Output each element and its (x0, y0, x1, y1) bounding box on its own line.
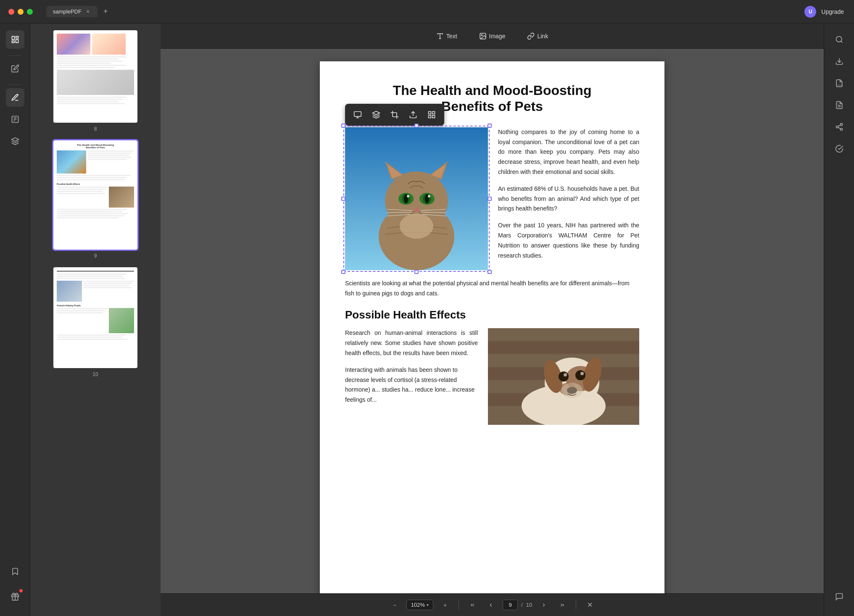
main-content: Text Image Link The Health and Mood-Boos… (161, 24, 824, 616)
paragraph-2: An estimated 68% of U.S. households have… (498, 184, 639, 214)
tab-samplepdf[interactable]: samplePDF ✕ (46, 6, 98, 17)
text-content: Nothing compares to the joy of coming ho… (498, 127, 639, 268)
thumbnail-page-10[interactable]: Animals Helping People 10 (30, 267, 161, 377)
minimize-button[interactable] (18, 9, 24, 15)
svg-point-32 (407, 195, 409, 197)
divider-2 (576, 601, 576, 609)
thumbnail-page-8[interactable]: 8 (30, 30, 161, 132)
sidebar-icon-stack[interactable] (6, 132, 24, 150)
handle-tr[interactable] (488, 124, 492, 128)
svg-rect-3 (12, 41, 14, 42)
prev-page-button[interactable] (484, 598, 498, 612)
user-avatar[interactable]: U (804, 6, 816, 18)
svg-point-10 (481, 34, 482, 35)
paragraph-3: Over the past 10 years, NIH has partnere… (498, 221, 639, 261)
right-sidebar-search[interactable] (830, 30, 849, 49)
pdf-scroll-area[interactable]: The Health and Mood-Boosting Benefits of… (161, 49, 824, 616)
svg-text:PDF/A: PDF/A (837, 84, 842, 86)
svg-point-68 (840, 124, 842, 126)
layout-button[interactable] (350, 107, 365, 122)
link-tool-button[interactable]: Link (521, 29, 554, 43)
page-8-label: 8 (94, 126, 97, 132)
text-tool-button[interactable]: Text (430, 29, 463, 43)
sidebar-icon-panel[interactable] (6, 30, 24, 49)
layers-button[interactable] (369, 107, 384, 122)
handle-mr[interactable] (488, 197, 492, 201)
zoom-display[interactable]: 102% ▾ (406, 600, 433, 610)
svg-point-70 (840, 128, 842, 130)
new-tab-button[interactable]: + (100, 5, 111, 18)
traffic-lights (8, 9, 33, 15)
image-float-container: Nothing compares to the joy of coming ho… (345, 127, 639, 270)
sidebar-icon-bookmark[interactable] (6, 562, 24, 581)
thumbnail-frame-9: The Health and Mood-BoostingBenefits of … (53, 140, 137, 250)
handle-tm[interactable] (414, 124, 419, 128)
pdf-page-9: The Health and Mood-Boosting Benefits of… (320, 61, 664, 603)
right-sidebar-chat[interactable] (830, 587, 849, 606)
page-total: 10 (526, 602, 532, 608)
next-page-button[interactable] (537, 598, 551, 612)
svg-rect-43 (488, 328, 639, 341)
close-bottom-button[interactable]: ✕ (583, 598, 596, 612)
selected-image-area[interactable] (345, 127, 488, 270)
handle-bl[interactable] (341, 270, 345, 274)
sidebar-icon-forms[interactable] (6, 110, 24, 129)
titlebar: samplePDF ✕ + U Upgrade (0, 0, 854, 24)
right-sidebar-share[interactable] (830, 118, 849, 136)
right-sidebar-doc[interactable] (830, 96, 849, 114)
svg-point-57 (575, 370, 585, 380)
svg-rect-1 (16, 37, 18, 38)
svg-rect-16 (429, 115, 431, 118)
sidebar-divider-2 (9, 84, 21, 85)
tab-close-icon[interactable]: ✕ (85, 9, 91, 15)
sidebar-icon-annotate[interactable] (6, 88, 24, 107)
right-sidebar-import[interactable] (830, 52, 849, 71)
upgrade-button[interactable]: Upgrade (821, 8, 844, 15)
sidebar-icon-edit[interactable] (6, 59, 24, 78)
sidebar-bottom (6, 562, 24, 609)
thumbnail-page-9[interactable]: The Health and Mood-BoostingBenefits of … (30, 140, 161, 259)
svg-rect-11 (354, 111, 361, 116)
thumbnail-frame-8 (53, 30, 137, 123)
zoom-chevron-icon: ▾ (427, 603, 429, 607)
right-sidebar-check[interactable] (830, 140, 849, 158)
svg-line-71 (838, 127, 841, 129)
svg-point-56 (559, 371, 569, 382)
handle-ml[interactable] (341, 197, 345, 201)
right-sidebar-bottom (830, 587, 849, 609)
sidebar-divider-1 (9, 55, 21, 56)
tab-container: samplePDF ✕ + (46, 5, 111, 18)
export-button[interactable] (406, 107, 421, 122)
fullscreen-button[interactable] (27, 9, 33, 15)
last-page-button[interactable] (556, 598, 569, 612)
svg-point-69 (836, 126, 838, 128)
svg-line-63 (841, 41, 842, 43)
image-tool-button[interactable]: Image (473, 29, 511, 43)
sidebar-icon-gift[interactable] (6, 587, 24, 606)
crop-button[interactable] (387, 107, 402, 122)
dog-image (488, 328, 639, 425)
handle-br[interactable] (488, 270, 492, 274)
context-toolbar (345, 104, 444, 126)
right-sidebar-pdfa[interactable]: PDF/A (830, 74, 849, 92)
health-effects-section: Research on human-animal interactions is… (345, 328, 639, 425)
image-tool-label: Image (489, 33, 506, 39)
titlebar-right: U Upgrade (804, 6, 854, 18)
close-button[interactable] (8, 9, 14, 15)
grid-button[interactable] (424, 107, 439, 122)
svg-marker-5 (11, 138, 18, 141)
thumbnail-panel[interactable]: 8 The Health and Mood-BoostingBenefits o… (30, 24, 161, 616)
page-separator: / (521, 602, 523, 608)
page-input[interactable]: 9 (503, 600, 518, 610)
editor-toolbar: Text Image Link (161, 24, 824, 49)
svg-rect-15 (432, 111, 435, 114)
gift-badge (19, 589, 23, 592)
handle-bm[interactable] (414, 270, 419, 274)
zoom-in-button[interactable]: + (438, 598, 452, 612)
svg-point-33 (428, 195, 430, 197)
first-page-button[interactable] (466, 598, 479, 612)
handle-tl[interactable] (341, 124, 345, 128)
svg-point-62 (836, 37, 841, 42)
svg-line-72 (838, 125, 841, 126)
zoom-out-button[interactable]: − (388, 598, 401, 612)
